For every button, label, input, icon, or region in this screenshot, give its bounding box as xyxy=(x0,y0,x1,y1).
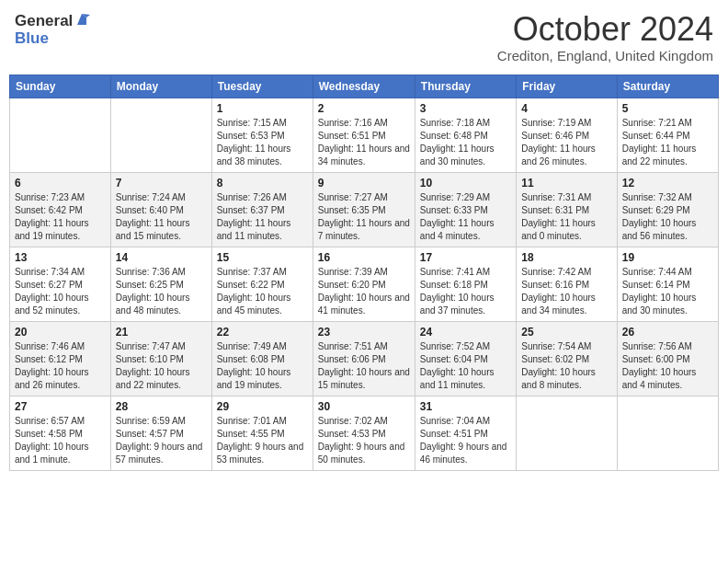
calendar-cell: 29Sunrise: 7:01 AM Sunset: 4:55 PM Dayli… xyxy=(211,396,313,471)
day-number: 31 xyxy=(420,400,511,413)
logo-general-text: General xyxy=(15,13,73,30)
week-row-4: 20Sunrise: 7:46 AM Sunset: 6:12 PM Dayli… xyxy=(10,322,719,396)
calendar-cell: 9Sunrise: 7:27 AM Sunset: 6:35 PM Daylig… xyxy=(313,173,415,247)
calendar-cell xyxy=(110,98,211,173)
day-number: 30 xyxy=(318,400,410,413)
day-header-wednesday: Wednesday xyxy=(313,75,415,98)
day-info: Sunrise: 7:41 AM Sunset: 6:18 PM Dayligh… xyxy=(420,266,511,317)
calendar-cell: 22Sunrise: 7:49 AM Sunset: 6:08 PM Dayli… xyxy=(211,322,313,396)
day-number: 28 xyxy=(116,400,207,413)
week-row-2: 6Sunrise: 7:23 AM Sunset: 6:42 PM Daylig… xyxy=(10,173,719,247)
calendar-cell: 28Sunrise: 6:59 AM Sunset: 4:57 PM Dayli… xyxy=(110,396,211,471)
day-number: 17 xyxy=(420,251,511,264)
week-row-5: 27Sunrise: 6:57 AM Sunset: 4:58 PM Dayli… xyxy=(10,396,719,471)
day-info: Sunrise: 7:39 AM Sunset: 6:20 PM Dayligh… xyxy=(318,266,410,317)
day-number: 22 xyxy=(217,326,308,339)
day-number: 15 xyxy=(217,251,308,264)
day-info: Sunrise: 7:26 AM Sunset: 6:37 PM Dayligh… xyxy=(217,191,308,243)
day-number: 1 xyxy=(217,102,308,115)
day-info: Sunrise: 7:02 AM Sunset: 4:53 PM Dayligh… xyxy=(318,415,410,466)
day-number: 7 xyxy=(116,177,207,190)
calendar-cell: 5Sunrise: 7:21 AM Sunset: 6:44 PM Daylig… xyxy=(617,98,718,173)
calendar-cell: 21Sunrise: 7:47 AM Sunset: 6:10 PM Dayli… xyxy=(110,322,211,396)
day-number: 3 xyxy=(420,102,511,115)
day-info: Sunrise: 7:32 AM Sunset: 6:29 PM Dayligh… xyxy=(622,191,713,243)
calendar-cell: 12Sunrise: 7:32 AM Sunset: 6:29 PM Dayli… xyxy=(617,173,718,247)
calendar-cell: 11Sunrise: 7:31 AM Sunset: 6:31 PM Dayli… xyxy=(517,173,617,247)
location: Crediton, England, United Kingdom xyxy=(497,48,713,63)
day-number: 14 xyxy=(116,251,207,264)
day-number: 9 xyxy=(318,177,410,190)
day-number: 13 xyxy=(15,251,106,264)
calendar-cell: 27Sunrise: 6:57 AM Sunset: 4:58 PM Dayli… xyxy=(10,396,111,471)
day-number: 12 xyxy=(622,177,713,190)
day-info: Sunrise: 7:54 AM Sunset: 6:02 PM Dayligh… xyxy=(521,340,611,392)
day-info: Sunrise: 7:37 AM Sunset: 6:22 PM Dayligh… xyxy=(217,266,308,317)
calendar-cell xyxy=(10,98,111,173)
day-info: Sunrise: 7:56 AM Sunset: 6:00 PM Dayligh… xyxy=(622,340,713,392)
day-info: Sunrise: 7:29 AM Sunset: 6:33 PM Dayligh… xyxy=(420,191,511,243)
day-info: Sunrise: 7:19 AM Sunset: 6:46 PM Dayligh… xyxy=(521,117,611,168)
day-info: Sunrise: 7:01 AM Sunset: 4:55 PM Dayligh… xyxy=(217,415,308,466)
calendar-cell: 15Sunrise: 7:37 AM Sunset: 6:22 PM Dayli… xyxy=(211,247,313,322)
day-info: Sunrise: 7:16 AM Sunset: 6:51 PM Dayligh… xyxy=(318,117,410,168)
day-info: Sunrise: 7:23 AM Sunset: 6:42 PM Dayligh… xyxy=(15,191,106,243)
day-number: 20 xyxy=(15,326,106,339)
logo: General Blue xyxy=(15,13,90,47)
calendar-cell xyxy=(517,396,617,471)
calendar: SundayMondayTuesdayWednesdayThursdayFrid… xyxy=(9,75,719,471)
day-info: Sunrise: 7:46 AM Sunset: 6:12 PM Dayligh… xyxy=(15,340,106,392)
day-info: Sunrise: 7:31 AM Sunset: 6:31 PM Dayligh… xyxy=(521,191,611,243)
day-info: Sunrise: 7:15 AM Sunset: 6:53 PM Dayligh… xyxy=(217,117,308,168)
calendar-cell: 24Sunrise: 7:52 AM Sunset: 6:04 PM Dayli… xyxy=(415,322,516,396)
calendar-cell: 6Sunrise: 7:23 AM Sunset: 6:42 PM Daylig… xyxy=(10,173,111,247)
logo-icon xyxy=(74,12,90,29)
calendar-cell: 1Sunrise: 7:15 AM Sunset: 6:53 PM Daylig… xyxy=(211,98,313,173)
day-header-tuesday: Tuesday xyxy=(211,75,313,98)
calendar-cell: 10Sunrise: 7:29 AM Sunset: 6:33 PM Dayli… xyxy=(415,173,516,247)
day-info: Sunrise: 7:52 AM Sunset: 6:04 PM Dayligh… xyxy=(420,340,511,392)
day-number: 23 xyxy=(318,326,410,339)
day-info: Sunrise: 7:24 AM Sunset: 6:40 PM Dayligh… xyxy=(116,191,207,243)
calendar-header-row: SundayMondayTuesdayWednesdayThursdayFrid… xyxy=(10,75,719,98)
calendar-cell: 23Sunrise: 7:51 AM Sunset: 6:06 PM Dayli… xyxy=(313,322,415,396)
calendar-cell: 13Sunrise: 7:34 AM Sunset: 6:27 PM Dayli… xyxy=(10,247,111,322)
day-info: Sunrise: 7:27 AM Sunset: 6:35 PM Dayligh… xyxy=(318,191,410,243)
day-header-thursday: Thursday xyxy=(415,75,516,98)
month-title: October 2024 xyxy=(497,13,713,46)
calendar-cell: 7Sunrise: 7:24 AM Sunset: 6:40 PM Daylig… xyxy=(110,173,211,247)
day-number: 11 xyxy=(521,177,611,190)
day-number: 4 xyxy=(521,102,611,115)
day-number: 29 xyxy=(217,400,308,413)
day-number: 24 xyxy=(420,326,511,339)
day-info: Sunrise: 7:36 AM Sunset: 6:25 PM Dayligh… xyxy=(116,266,207,317)
day-number: 6 xyxy=(15,177,106,190)
day-number: 16 xyxy=(318,251,410,264)
day-info: Sunrise: 7:47 AM Sunset: 6:10 PM Dayligh… xyxy=(116,340,207,392)
day-info: Sunrise: 6:59 AM Sunset: 4:57 PM Dayligh… xyxy=(116,415,207,466)
day-number: 27 xyxy=(15,400,106,413)
day-info: Sunrise: 7:42 AM Sunset: 6:16 PM Dayligh… xyxy=(521,266,611,317)
calendar-cell: 31Sunrise: 7:04 AM Sunset: 4:51 PM Dayli… xyxy=(415,396,516,471)
day-info: Sunrise: 7:34 AM Sunset: 6:27 PM Dayligh… xyxy=(15,266,106,317)
calendar-cell: 8Sunrise: 7:26 AM Sunset: 6:37 PM Daylig… xyxy=(211,173,313,247)
day-number: 5 xyxy=(622,102,713,115)
calendar-cell: 4Sunrise: 7:19 AM Sunset: 6:46 PM Daylig… xyxy=(517,98,617,173)
calendar-cell: 30Sunrise: 7:02 AM Sunset: 4:53 PM Dayli… xyxy=(313,396,415,471)
calendar-cell: 19Sunrise: 7:44 AM Sunset: 6:14 PM Dayli… xyxy=(617,247,718,322)
calendar-cell: 25Sunrise: 7:54 AM Sunset: 6:02 PM Dayli… xyxy=(517,322,617,396)
day-number: 8 xyxy=(217,177,308,190)
calendar-cell: 3Sunrise: 7:18 AM Sunset: 6:48 PM Daylig… xyxy=(415,98,516,173)
day-info: Sunrise: 7:18 AM Sunset: 6:48 PM Dayligh… xyxy=(420,117,511,168)
header: General Blue October 2024 Crediton, Engl… xyxy=(9,9,719,67)
day-number: 21 xyxy=(116,326,207,339)
day-header-saturday: Saturday xyxy=(617,75,718,98)
logo-blue-text: Blue xyxy=(15,30,49,48)
day-number: 10 xyxy=(420,177,511,190)
calendar-cell: 18Sunrise: 7:42 AM Sunset: 6:16 PM Dayli… xyxy=(517,247,617,322)
calendar-cell: 16Sunrise: 7:39 AM Sunset: 6:20 PM Dayli… xyxy=(313,247,415,322)
day-info: Sunrise: 7:44 AM Sunset: 6:14 PM Dayligh… xyxy=(622,266,713,317)
day-info: Sunrise: 6:57 AM Sunset: 4:58 PM Dayligh… xyxy=(15,415,106,466)
day-info: Sunrise: 7:21 AM Sunset: 6:44 PM Dayligh… xyxy=(622,117,713,168)
day-number: 18 xyxy=(521,251,611,264)
